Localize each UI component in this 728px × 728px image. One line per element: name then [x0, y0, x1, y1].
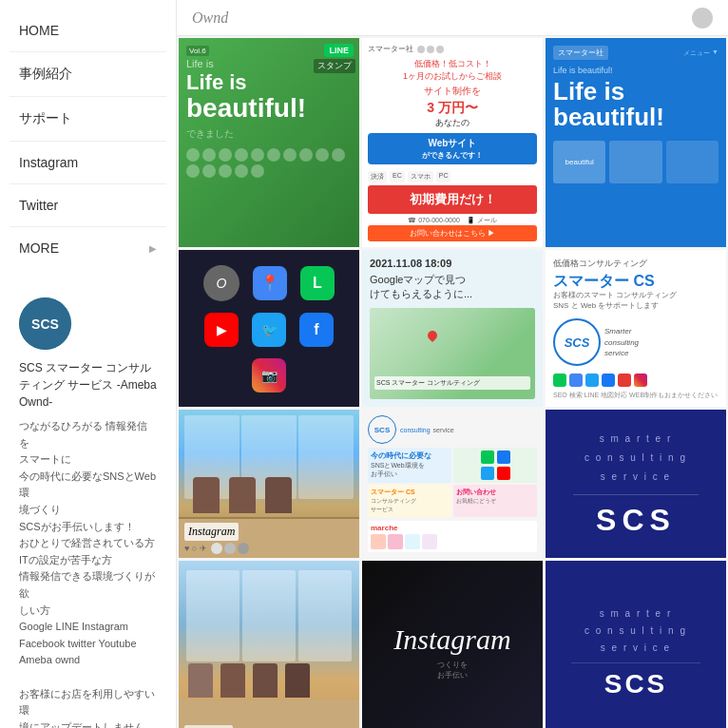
cell11-sub: つくりをお手伝い — [437, 660, 468, 680]
sidebar-item-support-label: サポート — [19, 110, 72, 127]
cell2-feature-icons: 決済 EC スマホ PC — [368, 171, 537, 182]
social-icons-row-3: 📷 — [252, 358, 286, 393]
cell6-tagline: お客様のスマート コンサルティングSNS と Web をサポートします — [553, 290, 718, 311]
cell8-site-header: SCS consulting service — [368, 415, 537, 444]
sidebar-item-instagram-label: Instagram — [19, 155, 78, 170]
cell2-price: 3 万円〜 — [368, 100, 537, 117]
youtube-icon: ▶ — [204, 313, 239, 347]
cell12-tagline: s m a r t e rc o n s u l t i n gs e r v … — [584, 605, 687, 657]
cell3-header: スマーター社 メニュー ▼ — [553, 46, 718, 60]
cell6-social-row — [553, 374, 718, 387]
cell2-headline: 低価格！低コスト！1ヶ月のお試しからご相談 — [368, 58, 537, 83]
main-content: Ownd Vol.6 Life is Life isbeautiful! LIN… — [177, 0, 728, 728]
cell2-cta-button[interactable]: お問い合わせはこちら ▶ — [368, 225, 537, 241]
cell2-sub: あなたの — [368, 117, 537, 129]
cell1-vol: Vol.6 — [186, 46, 209, 56]
maps-icon: 📍 — [253, 266, 287, 300]
grid-item-12[interactable]: s m a r t e rc o n s u l t i n gs e r v … — [546, 561, 726, 728]
sidebar-nav: HOME 事例紹介 サポート Instagram Twitter MORE ▶ — [0, 0, 176, 278]
grid-item-6[interactable]: 低価格コンサルティング スマーター CS お客様のスマート コンサルティングSN… — [546, 250, 726, 407]
profile-description: つながるひろがる 情報発信をスマートに 今の時代に必要なSNSとWeb環境づくり… — [19, 418, 157, 728]
ownd-icon: O — [203, 265, 239, 301]
cell2-footer-text: 初期費用だけ！ — [368, 185, 537, 214]
cell6-description: SEO 検索 LINE 地図対応 WEB制作もおまかせください — [553, 391, 718, 399]
header-logo: Ownd — [192, 10, 228, 27]
cell2-tagline: サイト制作を — [368, 85, 537, 98]
grid-item-4[interactable]: O 📍 L ▶ 🐦 — [179, 250, 359, 407]
cell5-text: Googleマップで見つけてもらえるように... — [370, 273, 535, 302]
sidebar-item-case-studies[interactable]: 事例紹介 — [0, 52, 176, 96]
header-bar: Ownd — [177, 0, 728, 36]
cell9-scs-logo: SCS — [596, 503, 676, 538]
cell10-chairs — [188, 663, 310, 698]
avatar: SCS — [19, 297, 71, 350]
cell5-date: 2021.11.08 18:09 — [370, 258, 535, 269]
cell12-divider — [571, 662, 700, 663]
grid-item-5[interactable]: 2021.11.08 18:09 Googleマップで見つけてもらえるように..… — [362, 250, 543, 407]
more-chevron-icon: ▶ — [149, 243, 157, 254]
cell10-instagram-label: Instagram — [184, 722, 233, 728]
cell6-eyebrow: 低価格コンサルティング — [553, 258, 718, 270]
cell6-brand: スマーター CS — [553, 272, 718, 290]
cell2-header: スマーター社 — [368, 44, 537, 54]
cell8-block1-title: 今の時代に必要な — [371, 450, 449, 461]
cell2-web-badge: Webサイト ができるんです！ — [368, 133, 537, 164]
cell1-subtitle: できました — [186, 127, 234, 141]
grid-item-10[interactable]: Instagram — [179, 561, 359, 728]
sidebar-item-twitter-label: Twitter — [19, 198, 58, 213]
svg-text:SCS: SCS — [31, 316, 59, 332]
sidebar-item-home-label: HOME — [19, 23, 59, 38]
cell9-divider — [573, 494, 699, 495]
cell1-line-badge: LINE — [324, 44, 354, 57]
cell9-tagline: s m a r t e rc o n s u l t i n gs e r v … — [584, 430, 687, 487]
cell8-block4-text: お気軽にどうぞ — [456, 497, 534, 506]
cell2-phone: ☎ 070-000-0000 📱 メール — [368, 216, 537, 225]
grid-item-1[interactable]: Vol.6 Life is Life isbeautiful! LINE スタン… — [179, 38, 359, 247]
cell11-instagram-text: Instagram — [393, 623, 510, 656]
cell10-windows — [179, 570, 359, 661]
sidebar-item-home[interactable]: HOME — [0, 10, 176, 51]
facebook-icon: f — [299, 313, 334, 347]
profile-name: SCS スマーター コンサルティング サービス -AmebaOwnd- — [19, 359, 157, 411]
cell8-block4-title: お問い合わせ — [456, 488, 534, 497]
grid-item-9[interactable]: s m a r t e rc o n s u l t i n gs e r v … — [546, 410, 726, 558]
twitter-icon: 🐦 — [252, 313, 286, 347]
grid-item-8[interactable]: SCS consulting service 今の時代に必要な SNSとWeb環… — [362, 410, 543, 558]
grid-row-3: Instagram Instagram つくりをお手伝い s m a r t e… — [179, 561, 726, 728]
cell1-eyebrow: Life is — [186, 58, 214, 69]
cell3-tagline: Life is beautiful! — [553, 66, 718, 75]
cell8-block3-text: コンサルティングサービス — [371, 497, 449, 514]
social-icons-row-1: O 📍 L — [203, 265, 335, 301]
cell3-title: Life isbeautiful! — [553, 79, 718, 131]
sidebar-item-case-studies-label: 事例紹介 — [19, 66, 72, 83]
line-icon: L — [300, 266, 335, 300]
cell1-icons-row — [186, 148, 352, 178]
sidebar-item-twitter[interactable]: Twitter — [0, 184, 176, 226]
cell8-service-icons — [481, 450, 510, 480]
grid-item-2[interactable]: スマーター社 低価格！低コスト！1ヶ月のお試しからご相談 サイト制作を 3 万円… — [362, 38, 543, 247]
grid-item-7[interactable]: Instagram ♥ ○ ✈ — [179, 410, 359, 558]
sidebar-item-support[interactable]: サポート — [0, 97, 176, 141]
sidebar-item-instagram[interactable]: Instagram — [0, 142, 176, 183]
grid-container: Vol.6 Life is Life isbeautiful! LINE スタン… — [177, 36, 728, 728]
cell6-logo-area: SCS Smarterconsultingservice — [553, 318, 718, 366]
cell1-title: Life isbeautiful! — [186, 71, 306, 124]
sidebar-item-more-label: MORE — [19, 240, 59, 256]
cell7-chairs — [193, 477, 292, 513]
cell8-block3-title: スマーター CS — [371, 488, 449, 497]
cell12-scs-logo: SCS — [604, 669, 668, 699]
cell3-thumbnails: beautiful — [553, 141, 718, 183]
cell8-footer-section: marche — [368, 521, 537, 552]
instagram-icon: 📷 — [252, 358, 286, 393]
content-grid: Vol.6 Life is Life isbeautiful! LINE スタン… — [179, 38, 726, 558]
grid-item-3[interactable]: スマーター社 メニュー ▼ Life is beautiful! Life is… — [546, 38, 726, 247]
cell5-map: SCS スマーター コンサルティング — [370, 308, 535, 400]
cell2-logo: スマーター社 — [368, 44, 413, 54]
sidebar-profile: SCS SCS スマーター コンサルティング サービス -AmebaOwnd- … — [0, 278, 176, 728]
header-avatar-icon[interactable] — [692, 8, 713, 29]
sidebar: HOME 事例紹介 サポート Instagram Twitter MORE ▶ … — [0, 0, 177, 728]
sidebar-item-more[interactable]: MORE ▶ — [0, 227, 176, 269]
social-icons-row-2: ▶ 🐦 f — [204, 313, 334, 347]
cell8-content-grid: 今の時代に必要な SNSとWeb環境をお手伝い — [368, 448, 537, 517]
grid-item-11[interactable]: Instagram つくりをお手伝い — [362, 561, 543, 728]
